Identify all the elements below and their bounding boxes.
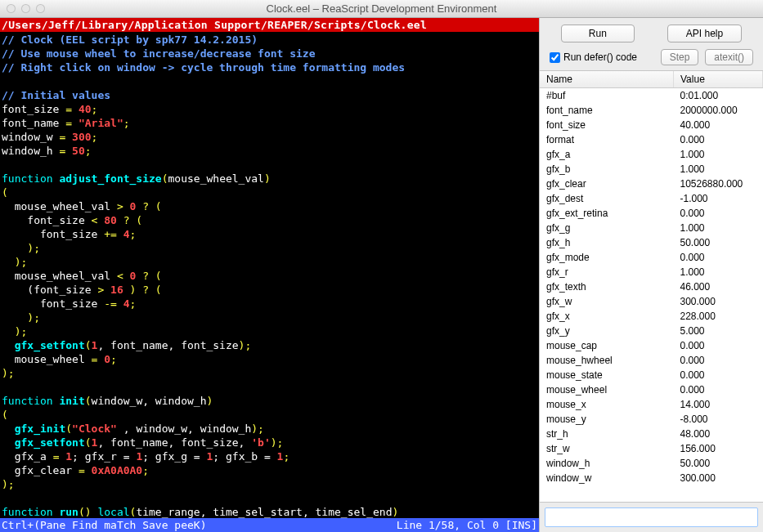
- var-value: 0.000: [674, 382, 763, 397]
- var-value: 0.000: [674, 132, 763, 147]
- table-row[interactable]: mouse_state0.000: [540, 368, 763, 382]
- var-value: 300.000: [674, 294, 763, 309]
- var-name: mouse_state: [540, 368, 674, 382]
- var-name: gfx_g: [540, 221, 674, 235]
- table-row[interactable]: gfx_a1.000: [540, 147, 763, 162]
- table-row[interactable]: mouse_y-8.000: [540, 412, 763, 427]
- table-row[interactable]: str_w156.000: [540, 441, 763, 456]
- col-name[interactable]: Name: [540, 71, 674, 88]
- var-name: mouse_y: [540, 412, 674, 427]
- table-row[interactable]: font_name2000000.000: [540, 103, 763, 118]
- table-row[interactable]: font_size40.000: [540, 118, 763, 132]
- window-title: Clock.eel – ReaScript Development Enviro…: [0, 2, 763, 15]
- col-value[interactable]: Value: [674, 71, 763, 88]
- var-value: 300.000: [674, 471, 763, 485]
- var-name: gfx_ext_retina: [540, 206, 674, 221]
- var-name: window_h: [540, 456, 674, 471]
- var-name: gfx_a: [540, 147, 674, 162]
- run-defer-checkbox[interactable]: Run defer() code: [550, 51, 637, 63]
- var-value: 0.000: [674, 368, 763, 382]
- table-row[interactable]: mouse_wheel0.000: [540, 382, 763, 397]
- editor-statusbar: Ctrl+(Pane Find maTch Save peeK) Line 1/…: [0, 518, 539, 532]
- debug-pane: Run API help Run defer() code Step atexi…: [539, 18, 763, 532]
- var-name: str_w: [540, 441, 674, 456]
- var-name: gfx_dest: [540, 191, 674, 206]
- var-value: 0.000: [674, 338, 763, 353]
- table-row[interactable]: gfx_b1.000: [540, 162, 763, 177]
- var-name: mouse_wheel: [540, 382, 674, 397]
- var-value: 228.000: [674, 309, 763, 324]
- var-name: gfx_r: [540, 265, 674, 279]
- var-name: str_h: [540, 427, 674, 441]
- var-value: 1.000: [674, 265, 763, 279]
- var-name: gfx_h: [540, 235, 674, 250]
- editor-pane: /Users/Jeff/Library/Application Support/…: [0, 18, 539, 532]
- code-comment: // Use mouse wheel to increase/decrease …: [2, 47, 316, 60]
- table-row[interactable]: gfx_y5.000: [540, 324, 763, 338]
- command-input[interactable]: [545, 507, 758, 527]
- var-name: gfx_texth: [540, 279, 674, 294]
- table-row[interactable]: mouse_hwheel0.000: [540, 353, 763, 368]
- table-row[interactable]: gfx_w300.000: [540, 294, 763, 309]
- var-value: 5.000: [674, 324, 763, 338]
- table-row[interactable]: gfx_clear10526880.000: [540, 177, 763, 191]
- var-name: gfx_mode: [540, 250, 674, 265]
- var-value: 50.000: [674, 235, 763, 250]
- var-value: 48.000: [674, 427, 763, 441]
- table-row[interactable]: format0.000: [540, 132, 763, 147]
- var-value: 1.000: [674, 162, 763, 177]
- run-defer-label: Run defer() code: [563, 51, 637, 63]
- var-value: 156.000: [674, 441, 763, 456]
- var-name: mouse_hwheel: [540, 353, 674, 368]
- var-name: format: [540, 132, 674, 147]
- table-row[interactable]: gfx_mode0.000: [540, 250, 763, 265]
- run-defer-check-input[interactable]: [550, 52, 560, 63]
- table-row[interactable]: gfx_dest-1.000: [540, 191, 763, 206]
- code-editor[interactable]: // Clock (EEL script by spk77 14.2.2015)…: [0, 32, 539, 518]
- var-value: 10526880.000: [674, 177, 763, 191]
- atexit-button[interactable]: atexit(): [705, 49, 753, 65]
- var-value: 50.000: [674, 456, 763, 471]
- run-button[interactable]: Run: [561, 25, 635, 42]
- var-name: font_size: [540, 118, 674, 132]
- table-row[interactable]: gfx_g1.000: [540, 221, 763, 235]
- statusbar-left: Ctrl+(Pane Find maTch Save peeK): [2, 519, 206, 531]
- var-value: 46.000: [674, 279, 763, 294]
- statusbar-right: Line 1/58, Col 0 [INS]: [397, 519, 537, 531]
- table-row[interactable]: gfx_texth46.000: [540, 279, 763, 294]
- var-name: gfx_clear: [540, 177, 674, 191]
- var-name: #buf: [540, 88, 674, 104]
- var-name: mouse_cap: [540, 338, 674, 353]
- step-button[interactable]: Step: [661, 49, 699, 65]
- var-value: 0.000: [674, 206, 763, 221]
- table-row[interactable]: str_h48.000: [540, 427, 763, 441]
- api-help-button[interactable]: API help: [667, 25, 742, 42]
- table-row[interactable]: gfx_r1.000: [540, 265, 763, 279]
- table-row[interactable]: gfx_ext_retina0.000: [540, 206, 763, 221]
- variables-table[interactable]: Name Value #buf0:01.000font_name2000000.…: [540, 70, 763, 503]
- var-value: 0.000: [674, 250, 763, 265]
- var-name: gfx_y: [540, 324, 674, 338]
- var-value: -8.000: [674, 412, 763, 427]
- var-name: mouse_x: [540, 397, 674, 412]
- table-row[interactable]: gfx_x228.000: [540, 309, 763, 324]
- var-value: 0:01.000: [674, 88, 763, 104]
- table-row[interactable]: window_h50.000: [540, 456, 763, 471]
- var-value: 1.000: [674, 221, 763, 235]
- var-name: window_w: [540, 471, 674, 485]
- var-name: gfx_w: [540, 294, 674, 309]
- table-row[interactable]: gfx_h50.000: [540, 235, 763, 250]
- table-row[interactable]: mouse_cap0.000: [540, 338, 763, 353]
- window-titlebar: Clock.eel – ReaScript Development Enviro…: [0, 0, 763, 18]
- var-name: font_name: [540, 103, 674, 118]
- var-name: gfx_b: [540, 162, 674, 177]
- var-value: 0.000: [674, 353, 763, 368]
- code-comment: // Clock (EEL script by spk77 14.2.2015): [2, 34, 258, 46]
- table-row[interactable]: #buf0:01.000: [540, 88, 763, 104]
- var-value: 40.000: [674, 118, 763, 132]
- code-comment: // Right click on window -> cycle throug…: [2, 61, 405, 74]
- var-value: -1.000: [674, 191, 763, 206]
- table-row[interactable]: mouse_x14.000: [540, 397, 763, 412]
- table-row[interactable]: window_w300.000: [540, 471, 763, 485]
- var-value: 1.000: [674, 147, 763, 162]
